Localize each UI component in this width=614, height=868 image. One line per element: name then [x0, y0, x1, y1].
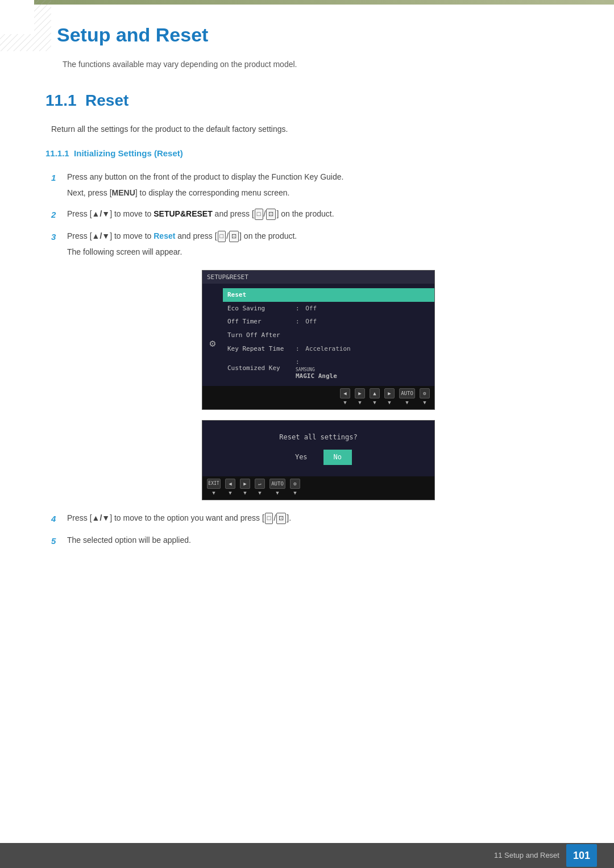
screen-item-key-repeat: Key Repeat Time : Acceleration: [223, 342, 434, 356]
step-5-number: 5: [51, 534, 67, 548]
nav-left: ◀ ▼: [340, 388, 350, 406]
screen-left-icon: ⚙: [202, 286, 223, 384]
section-number: 11.1 Reset: [45, 88, 569, 114]
nav-gear: ⚙ ▼: [420, 388, 430, 406]
step-3-content: Press [▲/▼] to move to Reset and press […: [67, 230, 569, 259]
step-2-content: Press [▲/▼] to move to SETUP&RESET and p…: [67, 207, 569, 220]
step-1-number: 1: [51, 171, 67, 185]
svg-rect-2: [0, 0, 34, 34]
step-4-number: 4: [51, 512, 67, 526]
nav-d-gear: ⚙ ▼: [290, 479, 300, 497]
step-5-content: The selected option will be applied.: [67, 534, 569, 546]
footer-text: 11 Setup and Reset: [494, 850, 559, 862]
screen-menu-title: SETUP&RESET: [202, 271, 434, 284]
step-4-content: Press [▲/▼] to move to the option you wa…: [67, 512, 569, 524]
nav-up: ▲ ▼: [370, 388, 380, 406]
dialog-buttons: Yes No: [211, 450, 425, 465]
steps-list: 1 Press any button on the front of the p…: [51, 171, 569, 259]
page-footer: 11 Setup and Reset 101: [0, 843, 614, 868]
screen-menu-body: ⚙ Reset Eco Saving : Off Off Timer : Off: [202, 284, 434, 386]
nav-d-enter: ↵ ▼: [255, 479, 265, 497]
screen-dialog: Reset all settings? Yes No EXIT ▼ ◀ ▼ ▶ …: [202, 420, 435, 500]
step-1: 1 Press any button on the front of the p…: [51, 171, 569, 200]
dialog-no-button[interactable]: No: [323, 450, 352, 465]
step-4: 4 Press [▲/▼] to move to the option you …: [51, 512, 569, 526]
page-header: Setup and Reset The functions available …: [0, 0, 614, 71]
screen-1-nav-bar: ◀ ▼ ▶ ▼ ▲ ▼ ▶ ▼ AUTO ▼: [202, 386, 434, 409]
dialog-body: Reset all settings? Yes No: [202, 421, 434, 476]
screen-item-turn-off-after: Turn Off After: [223, 329, 434, 342]
step-1-subnote: Next, press [MENU] to display the corres…: [67, 186, 569, 199]
section-description: Return all the settings for the product …: [51, 123, 569, 135]
dialog-yes-button[interactable]: Yes: [285, 450, 318, 465]
screen-item-customized-key: Customized Key : SAMSUNG MAGIC Angle: [223, 355, 434, 381]
step-2-number: 2: [51, 208, 67, 222]
nav-right: ▶ ▼: [384, 388, 395, 406]
footer-page-number: 101: [566, 844, 597, 867]
step-3: 3 Press [▲/▼] to move to Reset and press…: [51, 230, 569, 259]
nav-d-left: ◀ ▼: [225, 479, 235, 497]
nav-d-auto: AUTO ▼: [269, 479, 285, 497]
step-5: 5 The selected option will be applied.: [51, 534, 569, 548]
page-subtitle: The functions available may vary dependi…: [63, 58, 569, 70]
page-title: Setup and Reset: [57, 19, 569, 50]
steps-list-2: 4 Press [▲/▼] to move to the option you …: [51, 512, 569, 548]
subsection-title: 11.1.1 Initializing Settings (Reset): [45, 147, 569, 160]
nav-auto: AUTO ▼: [399, 388, 415, 406]
main-content: 11.1 Reset Return all the settings for t…: [0, 88, 614, 601]
nav-down: ▶ ▼: [355, 388, 365, 406]
top-bar: [0, 0, 614, 5]
screen-item-eco-saving: Eco Saving : Off: [223, 302, 434, 315]
corner-decoration: [0, 0, 51, 51]
screen-item-off-timer: Off Timer : Off: [223, 315, 434, 329]
screen-items: Reset Eco Saving : Off Off Timer : Off T…: [223, 286, 434, 384]
dialog-question: Reset all settings?: [211, 432, 425, 443]
step-3-subnote: The following screen will appear.: [67, 246, 569, 258]
screen-item-reset: Reset: [223, 288, 434, 302]
nav-exit: EXIT ▼: [207, 479, 221, 497]
step-3-number: 3: [51, 230, 67, 244]
screenshots-container: SETUP&RESET ⚙ Reset Eco Saving : Off Off…: [68, 270, 569, 500]
step-2: 2 Press [▲/▼] to move to SETUP&RESET and…: [51, 207, 569, 222]
step-1-content: Press any button on the front of the pro…: [67, 171, 569, 200]
screen-menu-1: SETUP&RESET ⚙ Reset Eco Saving : Off Off…: [202, 270, 435, 410]
screen-2-nav-bar: EXIT ▼ ◀ ▼ ▶ ▼ ↵ ▼ AUTO ▼: [202, 476, 434, 499]
nav-d-right: ▶ ▼: [240, 479, 250, 497]
